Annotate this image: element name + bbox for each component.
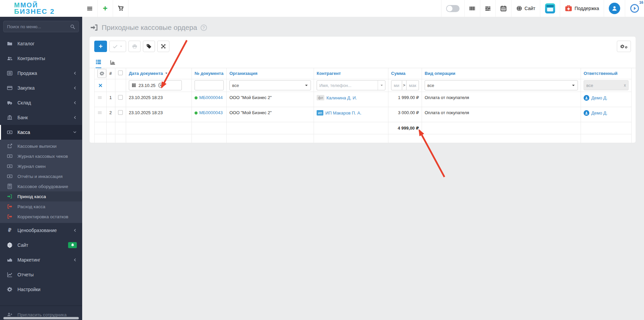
sidebar-item-label: Касса [17,130,30,135]
column-settings-button[interactable] [97,69,106,78]
site-button[interactable]: Сайт [511,0,540,17]
cell-sum: 3 000.00 ₽ [388,107,422,122]
col-contr[interactable]: Контрагент [314,68,388,79]
table-settings-button[interactable] [617,41,631,52]
sidebar-item-korrektirovka-ostatkov[interactable]: Корректировка остатков [0,212,82,222]
main-content: Приходные кассовые ордера ? + [82,17,644,320]
row-checkbox[interactable] [118,95,123,100]
user-avatar-icon [609,3,620,14]
responsible-link[interactable]: Демо Д. [591,110,607,116]
sidebar-item-marketing[interactable]: Маркетинг [0,253,82,267]
sidebar-item-prihod-kassa[interactable]: Приход касса [0,191,82,201]
app-logo[interactable]: ММОЙМОЙ БИЗНЕС 2 [0,0,82,17]
table-header-row: # Дата документа № документа Организация… [95,68,632,79]
drag-handle-icon[interactable] [97,110,104,115]
calendar-button[interactable] [495,0,511,17]
sidebar-item-kassovye-vypiski[interactable]: Кассовые выписки [0,141,82,151]
cart-button[interactable] [113,0,128,17]
bell-badge [68,242,77,248]
sidebar-item-kontragenty[interactable]: Контрагенты [0,51,82,66]
doc-filter-input[interactable] [197,83,221,88]
help-history-button[interactable]: 16 [625,0,644,17]
clear-otv-button[interactable]: x [624,83,626,88]
otv-filter[interactable]: все x [584,80,629,90]
col-otv[interactable]: Ответственный [581,68,632,79]
responsible-link[interactable]: Демо Д. [591,95,607,100]
toolbar: + [90,37,636,55]
drag-handle-icon[interactable] [97,95,104,100]
scrollbar-thumb[interactable] [3,317,79,319]
doc-number-link[interactable]: МБ0000043 [199,110,223,115]
sum-max-field[interactable] [407,80,419,90]
sum-min-field[interactable] [391,80,402,90]
tab-chart-view[interactable] [110,60,115,68]
combo-caret-icon[interactable] [378,81,385,90]
table-row[interactable]: 2 23.10.2025 18:23 МБ0000043 ООО "Мой Би… [95,107,632,122]
tags-button[interactable] [143,41,155,52]
sidebar-item-sklad[interactable]: Склад [0,95,82,110]
sidebar-item-nastrojki[interactable]: Настройки [0,282,82,297]
sidebar-item-otchety-i-inkassaciya[interactable]: Отчёты и инкассация [0,171,82,181]
contragent-link[interactable]: Калинина Д. И. [326,95,357,100]
sum-min-input[interactable] [394,83,399,88]
doc-filter[interactable] [195,80,224,90]
add-document-button[interactable]: + [94,41,107,52]
col-sum[interactable]: Сумма [388,68,422,79]
status-dot-icon [195,111,198,115]
org-filter-select[interactable]: все [229,80,311,90]
chevron-left-icon [73,228,77,232]
vid-filter-select[interactable]: все [425,80,578,90]
col-doc[interactable]: № документа [192,68,227,79]
help-question-icon[interactable]: ? [201,25,207,31]
date-filter[interactable]: 23.10.25 [129,80,182,90]
topbar: ММОЙМОЙ БИЗНЕС 2 + Сайт Поддержка 16 [0,0,644,17]
user-plus-icon [7,312,13,317]
sidebar-item-zakupka[interactable]: Закупка [0,81,82,95]
tab-list-view[interactable] [96,59,101,68]
print-button[interactable] [128,41,141,52]
sidebar-item-otchety[interactable]: Отчеты [0,267,82,282]
clear-filters-button[interactable] [97,83,104,88]
menu-search[interactable] [3,21,79,32]
menu-search-input[interactable] [7,24,70,29]
col-date[interactable]: Дата документа [126,68,192,79]
sidebar-item-katalog[interactable]: Каталог [0,36,82,51]
sidebar-item-bank[interactable]: Банк [0,110,82,125]
sidebar-item-label: Отчёты и инкассация [17,174,62,179]
kassa-submenu: Кассовые выпискиЖурнал кассовых чековЖур… [0,140,82,223]
profile-button[interactable] [604,0,625,17]
money-icon [7,164,13,169]
expand-button[interactable] [157,41,169,52]
sign-in-icon [7,194,13,199]
app-shortcut-button[interactable] [540,0,560,17]
sign-out-icon [7,214,13,219]
calculator-icon [7,184,13,189]
sum-between-button[interactable]: > [402,80,407,90]
clear-date-icon[interactable] [158,83,163,88]
sidebar-item-kassovoe-oborudovanie[interactable]: Кассовое оборудование [0,181,82,191]
toggle-switch-icon[interactable] [446,5,460,12]
mode-toggle[interactable] [441,0,464,17]
sidebar-item-rashod-kassa[interactable]: Расход касса [0,201,82,212]
sidebar-item-kassa[interactable]: Касса [0,125,82,140]
sidebar-item-zhurnal-kassovyh-chekov[interactable]: Журнал кассовых чеков [0,151,82,161]
row-checkbox[interactable] [118,110,123,115]
quick-add-button[interactable]: + [98,0,113,17]
col-org[interactable]: Организация [227,68,314,79]
sidebar-item-prodazha[interactable]: Продажа [0,66,82,81]
sidebar-item-sajt[interactable]: Сайт [0,238,82,253]
contragent-link[interactable]: ИП Макаров П. А. [325,110,362,116]
menu-toggle-button[interactable] [82,0,98,17]
col-vid[interactable]: Вид операции [422,68,581,79]
table-row[interactable]: 1 23.10.2025 18:23 МБ0000044 ООО "Мой Би… [95,92,632,107]
sidebar-item-zhurnal-smen[interactable]: Журнал смен [0,161,82,171]
contragent-filter[interactable]: Имя, телефон... [317,80,385,90]
barcode-button[interactable] [464,0,480,17]
tasks-button[interactable] [480,0,495,17]
sidebar-item-cenoobrazovanie[interactable]: ₽Ценообразование [0,223,82,238]
support-button[interactable]: Поддержка [560,0,604,17]
doc-number-link[interactable]: МБ0000044 [199,95,223,100]
select-all-checkbox[interactable] [118,71,123,75]
sum-max-input[interactable] [409,83,416,88]
approve-dropdown-button[interactable] [109,41,126,52]
